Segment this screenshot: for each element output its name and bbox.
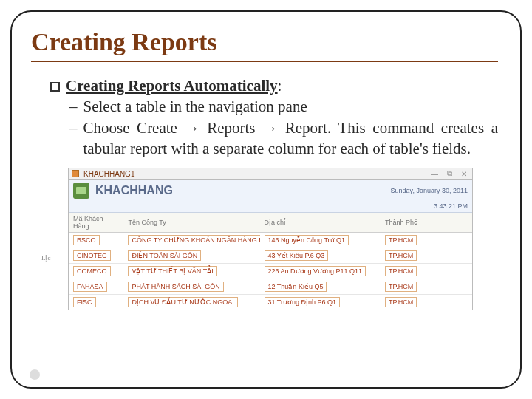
report-header-icon [73,183,89,199]
table-row: COMECO VẬT TƯ THIẾT BỊ VĂN TẢI 226 An Dư… [69,264,472,279]
report-tab-icon [72,170,79,177]
restore-icon[interactable]: ⧉ [444,169,454,178]
report-table: Mã Khách Hàng Tên Công Ty Địa chỉ Thành … [69,213,472,310]
content-block: Creating Reports Automatically: – Select… [34,75,498,159]
tab-title[interactable]: KHACHHANG1 [83,170,134,178]
bullet-main: Creating Reports Automatically: [50,75,498,96]
table-row: FISC DỊCH VỤ ĐẦU TƯ NƯỚC NGOÀI 31 Trương… [69,295,472,310]
arrow-icon: → [185,119,200,137]
dash-icon: – [69,96,78,117]
slide-number-dot [30,369,40,380]
slide-frame: Creating Reports Creating Reports Automa… [10,10,522,389]
col-head-1: Mã Khách Hàng [69,213,123,233]
table-row: CINOTEC ĐIỆN TOÁN SÀI GÒN 43 Yết Kiêu P.… [69,248,472,264]
document-tab-bar: KHACHHANG1 — ⧉ ✕ [68,168,473,180]
close-icon[interactable]: ✕ [459,170,469,178]
report-header: KHACHHANG Sunday, January 30, 2011 [69,180,472,202]
sub-bullet-1: – Select a table in the navigation pane [69,96,498,117]
report-date: Sunday, January 30, 2011 [391,187,468,194]
col-head-4: Thành Phố [381,213,472,233]
minimize-icon[interactable]: — [429,170,440,178]
bullet-main-text: Creating Reports Automatically [66,77,278,95]
arrow-icon: → [262,119,278,137]
truncated-left-label: Lịc [41,254,51,262]
table-row: FAHASA PHÁT HÀNH SÁCH SÀI GÒN 12 Thuận K… [69,279,472,295]
table-body: BSCO CÔNG TY CHỨNG KHOÁN NGÂN HÀNG ĐT&PT… [69,233,472,310]
report-title: KHACHHANG [95,184,173,197]
col-head-2: Tên Công Ty [123,213,259,233]
dash-icon: – [69,117,78,160]
table-row: BSCO CÔNG TY CHỨNG KHOÁN NGÂN HÀNG ĐT&PT… [69,233,472,248]
slide-title: Creating Reports [31,28,498,62]
report-time: 3:43:21 PM [69,202,472,213]
col-head-3: Địa chỉ [260,213,381,233]
report-body: KHACHHANG Sunday, January 30, 2011 3:43:… [68,180,473,310]
embedded-screenshot: KHACHHANG1 — ⧉ ✕ KHACHHANG Sunday, Janua… [68,168,473,310]
sub-bullet-2: – Choose Create → Reports → Report. This… [69,117,498,160]
table-header-row: Mã Khách Hàng Tên Công Ty Địa chỉ Thành … [69,213,472,233]
sub1-text: Select a table in the navigation pane [83,96,307,117]
square-bullet-icon [50,82,60,92]
